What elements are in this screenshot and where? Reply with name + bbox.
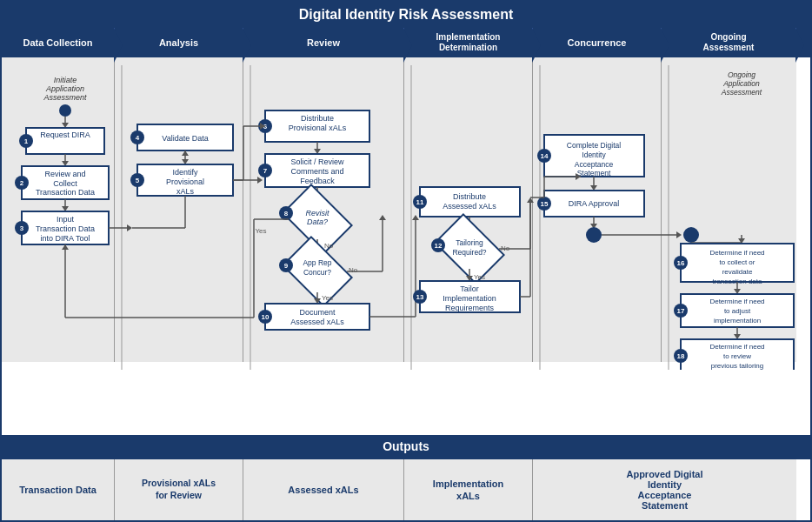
content-area: Initiate Application Assessment Request …: [2, 57, 810, 435]
phase-header-data: Data Collection: [2, 28, 115, 57]
phase-header-analysis: Analysis: [115, 28, 243, 57]
outputs-area: Transaction Data Provisional xALsfor Rev…: [2, 458, 810, 520]
phase-header-impl: ImplementationDetermination: [404, 28, 533, 57]
lane-ongoing: [662, 57, 796, 362]
output-transaction-data: Transaction Data: [2, 459, 115, 520]
output-impl-xals: ImplementationxALs: [404, 459, 533, 520]
lane-impl: [404, 57, 533, 362]
phase-header-review: Review: [243, 28, 404, 57]
outputs-bar: Outputs: [2, 435, 810, 458]
output-approved-statement: Approved DigitalIdentityAcceptanceStatem…: [533, 459, 796, 520]
phase-header-ongoing: OngoingAssessment: [662, 28, 796, 57]
lane-analysis: [115, 57, 243, 362]
phase-header-concur: Concurrence: [533, 28, 662, 57]
lane-data: [2, 57, 115, 362]
output-provisional-xals: Provisional xALsfor Review: [115, 459, 243, 520]
output-assessed-xals: Assessed xALs: [243, 459, 404, 520]
lane-concur: [533, 57, 662, 362]
main-title: Digital Identity Risk Assessment: [2, 2, 810, 28]
lane-review: [243, 57, 404, 362]
phase-headers: Data Collection Analysis Review Implemen…: [2, 28, 810, 57]
svg-text:previous tailoring: previous tailoring: [711, 362, 763, 370]
main-container: Digital Identity Risk Assessment Data Co…: [0, 0, 812, 522]
